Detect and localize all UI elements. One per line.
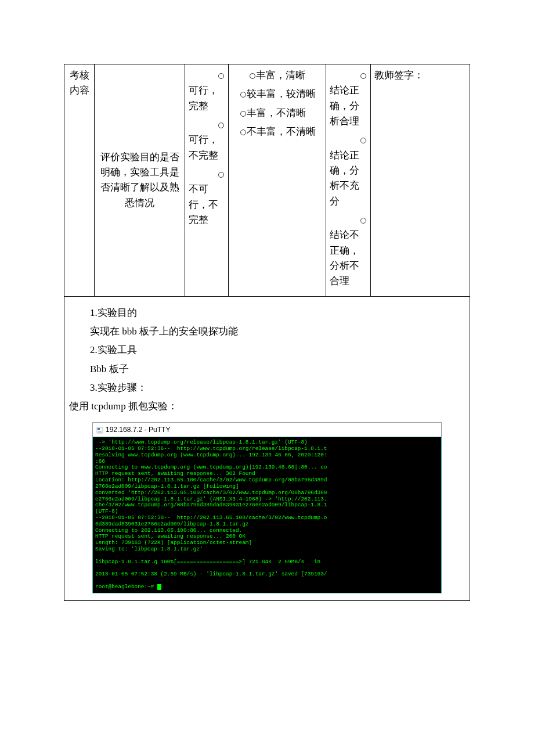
terminal-window: 192.168.7.2 - PuTTY -> 'http://www.tcpdu… bbox=[92, 422, 442, 594]
opt-label: 丰富，清晰 bbox=[256, 70, 305, 81]
cell-feasibility: 可行，完整 可行，不完整 不可行，不完整 bbox=[185, 64, 228, 297]
evaluation-row: 考核内容 评价实验目的是否明确，实验工具是否清晰了解以及熟悉情况 可行，完整 可… bbox=[64, 64, 470, 297]
opt-feasible-complete: 可行，完整 bbox=[189, 68, 225, 114]
opt-label: 丰富，不清晰 bbox=[247, 107, 306, 118]
eval-desc-text: 评价实验目的是否明确，实验工具是否清晰了解以及熟悉情况 bbox=[100, 152, 179, 208]
cell-eval-desc: 评价实验目的是否明确，实验工具是否清晰了解以及熟悉情况 bbox=[95, 64, 185, 297]
opt-label: 不丰富，不清晰 bbox=[247, 126, 316, 137]
radio-icon bbox=[240, 129, 246, 135]
radio-icon bbox=[240, 92, 246, 98]
terminal-title-bar: 192.168.7.2 - PuTTY bbox=[92, 422, 442, 437]
opt-conc-correct: 结论正确，分析合理 bbox=[330, 68, 367, 129]
opt-label: 可行，不完整 bbox=[189, 134, 218, 160]
radio-icon bbox=[250, 73, 255, 79]
opt-infeasible-incomplete: 不可行，不完整 bbox=[189, 167, 225, 228]
opt-rich-unclear: 丰富，不清晰 bbox=[232, 106, 322, 121]
opt-feasible-incomplete: 可行，不完整 bbox=[189, 117, 225, 163]
radio-icon bbox=[218, 172, 224, 178]
signature-label: 教师签字： bbox=[374, 70, 424, 81]
opt-notrich-unclear: 不丰富，不清晰 bbox=[232, 124, 322, 139]
content-cell: www.bdocx.com 1.实验目的 实现在 bbb 板子上的安全嗅探功能 … bbox=[64, 296, 470, 600]
terminal-title-text: 192.168.7.2 - PuTTY bbox=[106, 424, 170, 435]
opt-conc-partial: 结论正确，分析不充分 bbox=[330, 132, 367, 209]
opt-label: 不可行，不完整 bbox=[189, 183, 218, 225]
svg-rect-2 bbox=[98, 431, 102, 433]
heading-tools: 2.实验工具 bbox=[69, 341, 465, 359]
content-row: www.bdocx.com 1.实验目的 实现在 bbb 板子上的安全嗅探功能 … bbox=[64, 296, 470, 600]
heading-steps: 3.实验步骤： bbox=[69, 379, 465, 397]
cell-assess-label: 考核内容 bbox=[64, 64, 95, 297]
svg-rect-1 bbox=[98, 428, 100, 430]
putty-icon bbox=[96, 426, 103, 433]
radio-icon bbox=[360, 218, 366, 224]
opt-label: 结论正确，分析合理 bbox=[330, 85, 359, 127]
purpose-text: 实现在 bbb 板子上的安全嗅探功能 bbox=[69, 322, 465, 341]
cell-conclusion: 结论正确，分析合理 结论正确，分析不充分 结论不正确，分析不合理 bbox=[326, 64, 371, 297]
steps-text: 使用 tcpdump 抓包实验： bbox=[69, 397, 465, 416]
radio-icon bbox=[360, 73, 366, 79]
opt-label: 可行，完整 bbox=[189, 85, 218, 111]
opt-label: 较丰富，较清晰 bbox=[247, 88, 316, 99]
cell-signature: 教师签字： bbox=[371, 64, 470, 297]
opt-label: 结论正确，分析不充分 bbox=[330, 150, 359, 207]
radio-icon bbox=[218, 73, 224, 79]
opt-label: 结论不正确，分析不合理 bbox=[330, 229, 359, 286]
radio-icon bbox=[240, 111, 246, 117]
opt-more-rich: 较丰富，较清晰 bbox=[232, 87, 322, 102]
radio-icon bbox=[218, 123, 224, 128]
tools-text: Bbb 板子 bbox=[69, 360, 465, 379]
opt-conc-incorrect: 结论不正确，分析不合理 bbox=[330, 213, 367, 289]
opt-rich-clear: 丰富，清晰 bbox=[232, 68, 322, 83]
heading-purpose: 1.实验目的 bbox=[69, 304, 465, 322]
evaluation-table: 考核内容 评价实验目的是否明确，实验工具是否清晰了解以及熟悉情况 可行，完整 可… bbox=[64, 64, 470, 601]
text-assess: 考核内容 bbox=[70, 70, 89, 96]
terminal-body: -> 'http://www.tcpdump.org/release/libpc… bbox=[92, 437, 442, 593]
radio-icon bbox=[360, 138, 366, 143]
cell-richness: 丰富，清晰 较丰富，较清晰 丰富，不清晰 不丰富，不清晰 bbox=[228, 64, 326, 297]
